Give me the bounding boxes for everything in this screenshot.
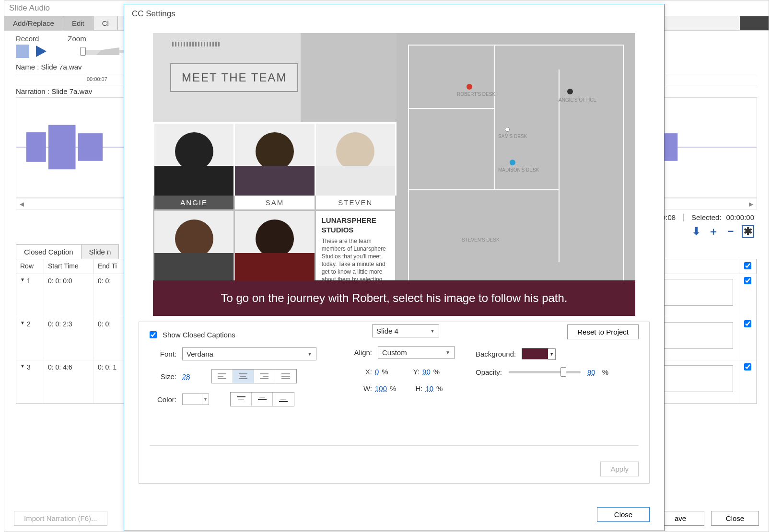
selected-value: 00:00:00 [726, 213, 754, 221]
cc-settings-dialog: CC Settings MEET THE TEAM ANGIE SAM STEV… [124, 4, 665, 531]
x-value[interactable]: 0 [375, 368, 379, 376]
preview-floorplan: ROBERT'S DESK ANGIE'S OFFICE SAM'S DESK … [397, 33, 635, 316]
valign-top-icon[interactable] [231, 393, 252, 406]
cc-settings-panel: Show Closed Captions Font: Verdana▼ Size… [139, 322, 650, 484]
text-color-picker[interactable]: ▼ [182, 393, 209, 405]
svg-rect-8 [663, 133, 677, 161]
svg-marker-0 [36, 46, 47, 57]
caption-strip: To go on the journey with Robert, select… [153, 280, 635, 316]
tab-edit[interactable]: Edit [63, 16, 93, 30]
opacity-label: Opacity: [476, 368, 502, 376]
vertical-align-segmented[interactable] [230, 392, 294, 406]
apply-button[interactable]: Apply [600, 462, 639, 476]
svg-rect-3 [48, 125, 76, 170]
scroll-left-icon[interactable]: ◄ [18, 200, 25, 208]
map-dot-robert [467, 84, 472, 90]
caption-preview: MEET THE TEAM ANGIE SAM STEVEN LUNARSPHE… [153, 33, 635, 316]
valign-middle-icon[interactable] [252, 393, 273, 406]
align-label: Align: [351, 348, 372, 357]
row-visible-checkbox[interactable] [744, 320, 751, 327]
slide-dropdown[interactable]: Slide 4▼ [372, 324, 439, 337]
col-row[interactable]: Row [16, 259, 44, 274]
align-left-icon[interactable] [212, 370, 233, 383]
dialog-title: CC Settings [124, 4, 664, 23]
show-cc-label: Show Closed Captions [163, 331, 235, 339]
align-dropdown[interactable]: Custom▼ [378, 346, 455, 359]
selected-label: Selected: [691, 213, 722, 221]
text-align-segmented[interactable] [211, 369, 297, 383]
opacity-slider[interactable] [509, 371, 581, 373]
subtab-closed-caption[interactable]: Closed Caption [16, 244, 81, 259]
tab-add-replace[interactable]: Add/Replace [4, 16, 63, 30]
align-center-icon[interactable] [233, 370, 254, 383]
color-label: Color: [150, 395, 176, 404]
reset-to-project-button[interactable]: Reset to Project [567, 324, 639, 339]
add-icon[interactable]: ＋ [707, 225, 720, 238]
map-dot-sam [505, 127, 510, 132]
play-button[interactable] [34, 45, 47, 58]
gear-icon[interactable]: ✱ [742, 225, 754, 238]
map-dot-angie [567, 89, 573, 94]
arrow-down-icon[interactable]: ⬇ [690, 225, 702, 238]
record-button[interactable] [16, 45, 29, 58]
background-color-picker[interactable]: ▼ [522, 348, 548, 359]
import-narration-button[interactable]: Import Narration (F6)... [14, 511, 107, 526]
tab-closed-captioning[interactable]: Cl [93, 16, 118, 30]
size-value[interactable]: 28 [182, 372, 190, 381]
subtab-slide-notes[interactable]: Slide n [81, 244, 119, 259]
h-value[interactable]: 10 [425, 384, 433, 393]
close-button-bg[interactable]: Close [711, 511, 759, 526]
remove-icon[interactable]: − [724, 225, 737, 238]
row-visible-checkbox[interactable] [744, 277, 751, 284]
map-dot-madison [510, 160, 515, 165]
w-value[interactable]: 100 [375, 384, 387, 393]
font-dropdown[interactable]: Verdana▼ [182, 347, 316, 360]
close-button[interactable]: Close [597, 507, 650, 522]
col-visible-checkbox[interactable] [739, 259, 757, 274]
zoom-section-label: Zoom [68, 35, 86, 43]
preview-hero: MEET THE TEAM [153, 33, 397, 122]
align-justify-icon[interactable] [275, 370, 296, 383]
svg-rect-4 [78, 133, 103, 161]
opacity-value[interactable]: 80 [587, 368, 595, 376]
valign-bottom-icon[interactable] [273, 393, 294, 406]
row-visible-checkbox[interactable] [744, 363, 751, 370]
font-label: Font: [150, 350, 176, 358]
scroll-right-icon[interactable]: ► [747, 200, 755, 208]
svg-rect-2 [26, 132, 46, 162]
align-right-icon[interactable] [254, 370, 275, 383]
size-label: Size: [150, 372, 176, 381]
background-label: Background: [476, 350, 516, 358]
record-section-label: Record [16, 35, 39, 43]
col-start-time[interactable]: Start Time [44, 259, 94, 274]
show-cc-checkbox[interactable] [150, 331, 157, 338]
y-value[interactable]: 90 [422, 368, 431, 376]
